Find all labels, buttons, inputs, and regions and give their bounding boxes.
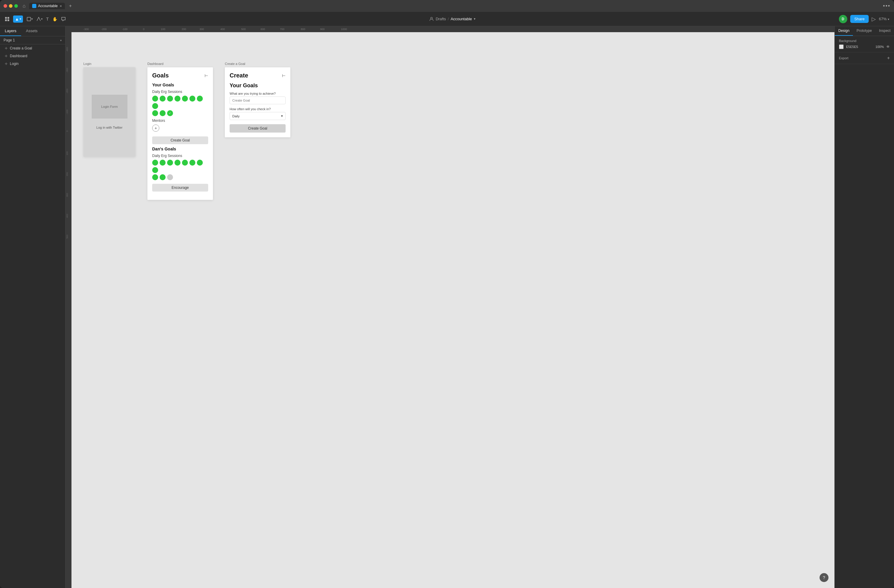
create-goal-button[interactable]: Create Goal — [152, 136, 208, 144]
right-panel-tabs: Design Prototype Inspect — [835, 26, 894, 36]
ruler-label-neg100: -100 — [122, 28, 127, 31]
create-your-goals-heading: Your Goals — [230, 83, 285, 89]
ruler-label-500: 500 — [241, 28, 246, 31]
tab-assets[interactable]: Assets — [21, 26, 42, 36]
window-actions-icon[interactable]: ••• — [883, 3, 890, 9]
text-tool-icon[interactable]: T — [46, 17, 49, 21]
left-panel-tabs: Layers Assets — [0, 26, 65, 36]
login-frame[interactable]: Login Form Log in with Twitter — [83, 67, 136, 157]
frame-tool-icon[interactable]: ▾ — [27, 17, 33, 21]
dans-dot-1 — [152, 160, 158, 166]
ruler-label-200: 200 — [182, 28, 186, 31]
toolbar: ▲ ▾ ▾ ▾ T ✋ Drafts / — [0, 12, 894, 26]
dans-daily-erg-label: Daily Erg Sessions — [152, 154, 208, 158]
home-icon[interactable]: ⌂ — [23, 3, 26, 9]
login-frame-wrapper: Login Login Form Log in with Twitter — [83, 62, 136, 157]
canvas-content: Login Login Form Log in with Twitter Das… — [71, 32, 834, 588]
ruler-label-neg300: -300 — [83, 28, 89, 31]
grid-tool-icon[interactable] — [5, 17, 9, 21]
tab-layers[interactable]: Layers — [0, 26, 21, 36]
ruler-v-label-200: 200 — [66, 172, 68, 176]
dans-dot-7 — [197, 160, 203, 166]
create-goal-input[interactable] — [230, 97, 285, 104]
create-goal-frame[interactable]: Create ⊣ Your Goals What are you trying … — [225, 67, 290, 137]
user-avatar: D — [839, 15, 847, 23]
ruler-v-label-300: 300 — [66, 193, 68, 197]
close-button[interactable] — [4, 4, 7, 8]
vector-tool-icon[interactable]: ▾ — [36, 17, 42, 21]
your-goals-section: Your Goals Daily Erg Sessions — [152, 83, 208, 116]
goal-dot-10 — [160, 110, 166, 116]
create-goal-submit-button[interactable]: Create Goal — [230, 124, 285, 133]
layer-dashboard[interactable]: ✛ Dashboard — [0, 52, 65, 60]
project-name-label: Accountable — [451, 17, 472, 21]
text-icon: T — [46, 17, 49, 21]
tab-inspect[interactable]: Inspect — [876, 26, 894, 36]
login-form-text: Login Form — [101, 105, 118, 109]
goal-dot-1 — [152, 95, 158, 101]
ruler-v-label-400: 400 — [66, 214, 68, 218]
layer-login[interactable]: ✛ Login — [0, 60, 65, 68]
share-button[interactable]: Share — [850, 15, 869, 23]
zoom-level-display[interactable]: 67% ▾ — [879, 17, 889, 21]
tab-prototype[interactable]: Prototype — [853, 26, 875, 36]
dashboard-frame-wrapper: Dashboard Goals ⊣ Your Goals Daily Erg S… — [147, 62, 213, 200]
export-add-icon[interactable]: + — [887, 55, 890, 61]
canvas-area[interactable]: -300 -200 -100 0 100 200 300 400 500 600… — [65, 26, 834, 588]
new-tab-button[interactable]: + — [69, 3, 72, 9]
dashboard-header: Goals ⊣ — [152, 72, 208, 79]
path-separator: / — [448, 17, 449, 21]
ruler-label-700: 700 — [280, 28, 284, 31]
ruler-v-label-100: 100 — [66, 151, 68, 155]
how-label: How often will you check in? — [230, 107, 285, 111]
visibility-toggle-icon[interactable]: 👁 — [886, 45, 890, 49]
your-goals-title: Your Goals — [152, 83, 208, 87]
page-selector[interactable]: Page 1 ▾ — [0, 36, 65, 44]
play-button[interactable]: ▷ — [872, 16, 876, 22]
ruler-label-900: 900 — [320, 28, 325, 31]
color-opacity-value: 100% — [876, 45, 884, 48]
dashboard-frame[interactable]: Goals ⊣ Your Goals Daily Erg Sessions — [147, 67, 213, 200]
login-form-placeholder: Login Form — [92, 95, 127, 119]
hand-icon: ✋ — [53, 17, 57, 21]
encourage-button[interactable]: Encourage — [152, 184, 208, 192]
ruler-v-label-neg300: -300 — [66, 68, 68, 73]
select-tool-button[interactable]: ▲ ▾ — [13, 15, 23, 23]
dans-dot-3 — [167, 160, 173, 166]
dans-goals-title: Dan's Goals — [152, 147, 208, 151]
svg-rect-2 — [5, 20, 7, 21]
minimize-button[interactable] — [9, 4, 12, 8]
dans-dot-9 — [152, 174, 158, 180]
help-button[interactable]: ? — [820, 573, 829, 582]
project-chevron-icon[interactable]: ▾ — [474, 17, 476, 21]
ruler-corner — [65, 26, 71, 32]
frequency-select[interactable]: Daily ▾ — [230, 112, 285, 120]
logout-icon: ⊣ — [205, 73, 208, 78]
tab-figma-icon — [32, 4, 36, 8]
dans-dots-row-1 — [152, 160, 208, 173]
dans-dot-11 — [167, 174, 173, 180]
color-swatch[interactable] — [839, 44, 844, 49]
ruler-label-1000: 1000 — [341, 28, 347, 31]
active-tab[interactable]: Accountable ✕ — [29, 3, 65, 9]
login-frame-label: Login — [83, 62, 136, 65]
ruler-v-label-500: 500 — [66, 235, 68, 239]
goal-dot-6 — [189, 95, 195, 101]
select-arrow-icon: ▲ — [15, 17, 19, 21]
what-label: What are you trying to achieve? — [230, 92, 285, 95]
dashboard-title: Goals — [152, 72, 169, 79]
color-hex-value: E5E5E5 — [846, 45, 873, 48]
add-mentor-button[interactable]: + — [152, 124, 159, 132]
comment-tool-icon[interactable] — [61, 17, 66, 21]
hand-tool-icon[interactable]: ✋ — [53, 17, 57, 21]
tab-design[interactable]: Design — [835, 26, 853, 36]
goal-dot-7 — [197, 95, 203, 101]
background-section: Background E5E5E5 100% 👁 — [835, 36, 894, 53]
layer-create-a-goal[interactable]: ✛ Create a Goal — [0, 44, 65, 52]
background-color-row: E5E5E5 100% 👁 — [839, 44, 890, 49]
dans-dots-row-2 — [152, 174, 208, 180]
tab-close-icon[interactable]: ✕ — [60, 5, 62, 8]
mentors-section: Mentors + — [152, 119, 208, 132]
dans-dot-4 — [175, 160, 180, 166]
maximize-button[interactable] — [14, 4, 18, 8]
